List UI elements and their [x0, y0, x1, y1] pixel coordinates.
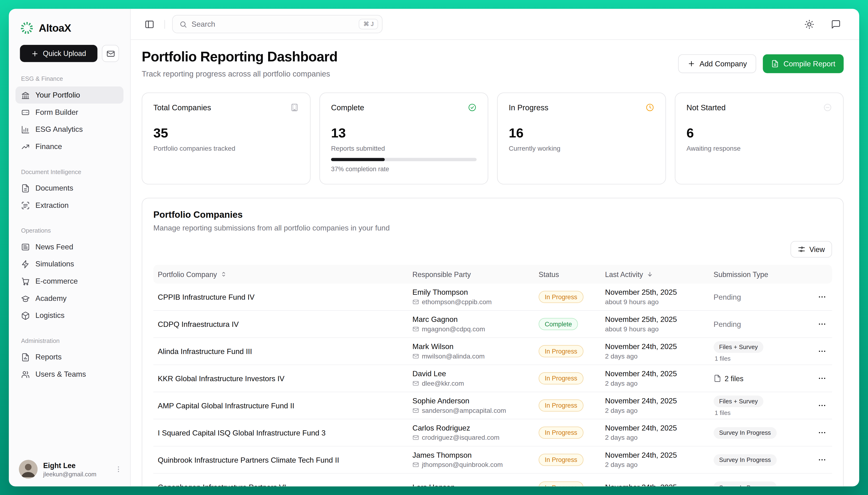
column-header-status[interactable]: Status: [534, 270, 601, 278]
inbox-button[interactable]: [102, 45, 119, 62]
contact-name: Marc Gagnon: [412, 315, 534, 324]
row-actions-button[interactable]: [814, 289, 830, 305]
sidebar-item-extraction[interactable]: Extraction: [16, 197, 123, 214]
user-name: Eight Lee: [43, 461, 109, 470]
sidebar-item-logistics[interactable]: Logistics: [16, 307, 123, 324]
sidebar-item-reports[interactable]: Reports: [16, 348, 123, 365]
column-header-last-activity[interactable]: Last Activity: [601, 270, 709, 278]
table-row[interactable]: CPPIB Infrastructure Fund IV Emily Thomp…: [154, 284, 832, 311]
sidebar-item-esg-analytics[interactable]: ESG Analytics: [16, 121, 123, 138]
activity-date: November 25th, 2025: [605, 315, 709, 324]
panel-left-icon: [144, 19, 154, 29]
add-company-button[interactable]: Add Company: [678, 54, 756, 73]
sidebar-item-label: Users & Teams: [35, 370, 86, 378]
user-menu-icon[interactable]: [115, 465, 123, 473]
clock-icon: [645, 103, 654, 112]
contact-name: Emily Thompson: [412, 288, 534, 296]
sidebar-item-label: Your Portfolio: [35, 91, 80, 99]
search-input[interactable]: [192, 20, 354, 28]
mail-icon: [412, 380, 419, 387]
sidebar-item-ecommerce[interactable]: E-commerce: [16, 273, 123, 290]
view-button[interactable]: View: [791, 241, 832, 257]
table-row[interactable]: Copenhagen Infrastructure Partners VI La…: [154, 474, 832, 487]
stat-card-complete: Complete 13 Reports submitted 37% comple…: [319, 92, 488, 185]
sidebar-item-documents[interactable]: Documents: [16, 180, 123, 197]
sidebar-item-form-builder[interactable]: Form Builder: [16, 104, 123, 121]
company-name: KKR Global Infrastructure Investors IV: [154, 374, 408, 382]
row-actions-button[interactable]: [814, 343, 830, 359]
sidebar-item-your-portfolio[interactable]: Your Portfolio: [16, 86, 123, 104]
table-title: Portfolio Companies: [154, 209, 832, 220]
landmark-icon: [21, 91, 30, 100]
activity-relative: 2 days ago: [605, 352, 709, 360]
activity-date: November 24th, 2025: [605, 451, 709, 459]
sidebar-item-news-feed[interactable]: News Feed: [16, 238, 123, 256]
user-account[interactable]: Eight Lee jleekun@gmail.com: [19, 460, 123, 479]
nav-section-label: Administration: [16, 338, 123, 344]
quick-upload-button[interactable]: Quick Upload: [20, 45, 97, 62]
submission-type-badge: Survey In Progress: [714, 427, 776, 438]
check-circle-icon: [468, 103, 477, 112]
row-actions-button[interactable]: [814, 316, 830, 332]
column-header-company[interactable]: Portfolio Company: [154, 270, 408, 278]
row-actions-button[interactable]: [814, 398, 830, 413]
column-header-responsible-party[interactable]: Responsible Party: [408, 270, 534, 278]
stat-value: 35: [154, 125, 299, 141]
altoax-logo-icon: [20, 21, 34, 35]
search-shortcut: ⌘ J: [359, 19, 378, 29]
scan-text-icon: [21, 201, 30, 210]
completion-progress-fill: [331, 158, 385, 161]
mail-icon: [412, 326, 419, 332]
sidebar-item-finance[interactable]: Finance: [16, 138, 123, 155]
submission-type-badge: Files + Survey: [714, 341, 763, 353]
row-actions-button[interactable]: [814, 452, 830, 467]
compile-report-button[interactable]: Compile Report: [763, 54, 844, 73]
arrow-down-icon: [646, 271, 653, 277]
mail-icon: [412, 434, 419, 441]
submission-status: Pending: [714, 293, 741, 301]
row-actions-button[interactable]: [814, 425, 830, 441]
stat-title: Complete: [331, 103, 365, 112]
status-badge: In Progress: [538, 481, 583, 486]
activity-date: November 24th, 2025: [605, 397, 709, 405]
company-name: CPPIB Infrastructure Fund IV: [154, 293, 408, 301]
app-window: AltoaX Quick Upload ESG & Finance Your P…: [9, 9, 859, 487]
table-row[interactable]: CDPQ Infraestructura IV Marc Gagnon mgag…: [154, 311, 832, 338]
stat-value: 16: [509, 125, 654, 141]
app-name: AltoaX: [39, 22, 71, 34]
table-row[interactable]: I Squared Capital ISQ Global Infrastruct…: [154, 420, 832, 447]
feedback-button[interactable]: [828, 16, 844, 32]
stat-title: Not Started: [687, 103, 726, 112]
form-icon: [21, 108, 30, 117]
view-label: View: [810, 245, 825, 253]
search-box[interactable]: ⌘ J: [172, 15, 383, 33]
sidebar-item-label: Extraction: [35, 201, 69, 209]
sidebar-item-label: Reports: [35, 353, 61, 361]
row-actions-button[interactable]: [814, 479, 830, 486]
activity-relative: 2 days ago: [605, 434, 709, 442]
company-name: CDPQ Infraestructura IV: [154, 320, 408, 328]
table-row[interactable]: KKR Global Infrastructure Investors IV D…: [154, 365, 832, 392]
file-icon: [714, 375, 722, 382]
sidebar-item-users-teams[interactable]: Users & Teams: [16, 365, 123, 383]
activity-relative: about 9 hours ago: [605, 298, 709, 306]
contact-name: Mark Wilson: [412, 342, 534, 351]
activity-relative: 2 days ago: [605, 379, 709, 387]
sidebar-toggle-button[interactable]: [142, 16, 157, 32]
sidebar-item-academy[interactable]: Academy: [16, 290, 123, 307]
row-actions-button[interactable]: [814, 371, 830, 386]
file-text-icon: [771, 60, 779, 68]
desktop-background: AltoaX Quick Upload ESG & Finance Your P…: [0, 0, 868, 495]
table-row[interactable]: Alinda Infrastructure Fund III Mark Wils…: [154, 338, 832, 365]
sidebar-item-simulations[interactable]: Simulations: [16, 255, 123, 273]
table-row[interactable]: Quinbrook Infrastructure Partners Climat…: [154, 447, 832, 474]
contact-email: jthompson@quinbrook.com: [422, 461, 503, 469]
column-header-submission-type[interactable]: Submission Type: [709, 270, 802, 278]
table-row[interactable]: AMP Capital Global Infrastructure Fund I…: [154, 392, 832, 420]
company-name: Copenhagen Infrastructure Partners VI: [154, 483, 408, 486]
app-logo: AltoaX: [16, 21, 123, 35]
theme-toggle-button[interactable]: [802, 16, 817, 32]
nav-section-label: ESG & Finance: [16, 75, 123, 82]
status-badge: In Progress: [538, 291, 583, 303]
company-name: I Squared Capital ISQ Global Infrastruct…: [154, 428, 408, 437]
